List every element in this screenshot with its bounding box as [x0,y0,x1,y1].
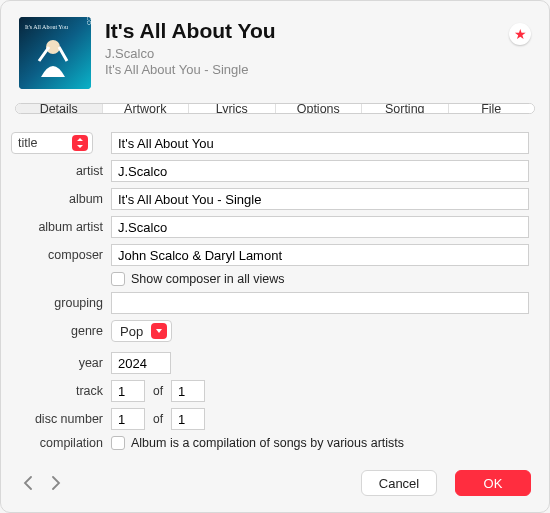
song-album-line: It's All About You - Single [105,62,495,77]
artist-input[interactable] [111,160,529,182]
tab-artwork[interactable]: Artwork [103,104,190,113]
song-artist: J.Scalco [105,46,495,61]
label-album-artist: album artist [11,220,111,234]
album-art: It's All About You J.SCALCO [19,17,91,89]
year-input[interactable] [111,352,171,374]
track-total-input[interactable] [171,380,205,402]
header-titles: It's All About You J.Scalco It's All Abo… [105,17,495,77]
song-title: It's All About You [105,19,495,42]
disc-number-input[interactable] [111,408,145,430]
label-year: year [11,356,111,370]
disc-total-input[interactable] [171,408,205,430]
ok-button[interactable]: OK [455,470,531,496]
tab-options[interactable]: Options [276,104,363,113]
title-input[interactable] [111,132,529,154]
label-genre: genre [11,324,111,338]
genre-select[interactable]: Pop [111,320,172,342]
composer-input[interactable] [111,244,529,266]
next-button[interactable] [47,472,65,494]
label-track: track [11,384,111,398]
label-composer: composer [11,248,111,262]
tab-file[interactable]: File [449,104,535,113]
header: It's All About You J.SCALCO It's All Abo… [1,1,549,103]
compilation-checkbox[interactable] [111,436,125,450]
label-compilation: compilation [11,436,111,450]
label-artist: artist [11,164,111,178]
grouping-input[interactable] [111,292,529,314]
show-composer-checkbox[interactable] [111,272,125,286]
disc-of-label: of [151,412,165,426]
footer: Cancel OK [1,456,549,512]
title-field-selector[interactable]: title [11,132,93,154]
chevron-down-icon [151,323,167,339]
favorite-button[interactable]: ★ [509,23,531,45]
tab-details[interactable]: Details [16,104,103,113]
details-form: title artist album album artist composer… [1,132,549,456]
track-of-label: of [151,384,165,398]
album-input[interactable] [111,188,529,210]
star-icon: ★ [514,27,527,41]
genre-value: Pop [120,324,143,339]
tab-bar: Details Artwork Lyrics Options Sorting F… [15,103,535,114]
svg-text:J.SCALCO: J.SCALCO [86,17,91,25]
show-composer-label: Show composer in all views [131,272,285,286]
tab-sorting[interactable]: Sorting [362,104,449,113]
prev-button[interactable] [19,472,37,494]
title-selector-label: title [18,136,37,150]
album-artist-input[interactable] [111,216,529,238]
label-grouping: grouping [11,296,111,310]
label-disc: disc number [11,412,111,426]
cancel-button[interactable]: Cancel [361,470,437,496]
updown-icon [72,135,88,151]
compilation-label: Album is a compilation of songs by vario… [131,436,404,450]
track-number-input[interactable] [111,380,145,402]
tab-lyrics[interactable]: Lyrics [189,104,276,113]
label-album: album [11,192,111,206]
svg-text:It's All About You: It's All About You [25,24,68,30]
